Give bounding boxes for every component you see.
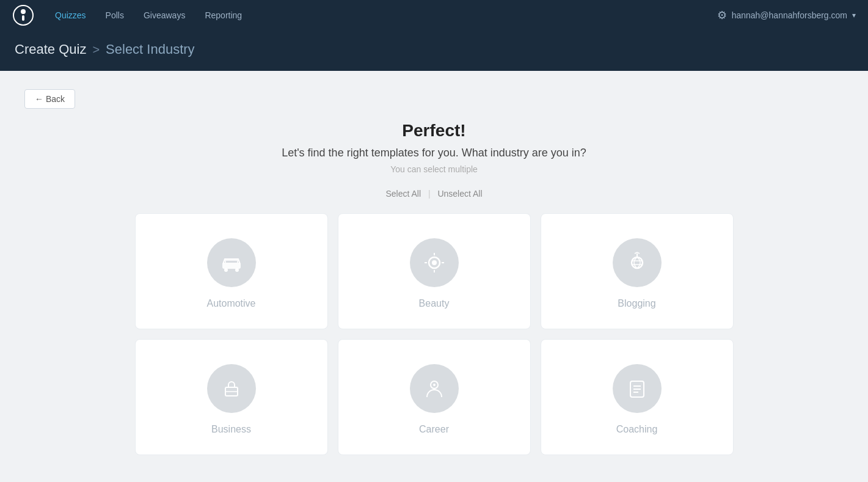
navbar: Quizzes Polls Giveaways Reporting ⚙ hann…	[0, 0, 868, 31]
svg-rect-3	[222, 263, 241, 269]
breadcrumb-main: Create Quiz	[15, 42, 86, 57]
svg-point-19	[433, 384, 436, 386]
page-hint: You can select multiple	[24, 164, 844, 174]
beauty-icon	[410, 238, 459, 287]
breadcrumb: Create Quiz > Select Industry	[0, 31, 868, 71]
main-content: ← Back Perfect! Let's find the right tem…	[0, 71, 868, 482]
user-email: hannah@hannahforsberg.com	[732, 10, 847, 20]
nav-links: Quizzes Polls Giveaways Reporting	[46, 7, 717, 24]
user-account-icon: ⚙	[717, 9, 727, 22]
industry-card-beauty[interactable]: Beauty	[338, 213, 531, 329]
nav-giveaways[interactable]: Giveaways	[135, 7, 194, 24]
svg-rect-2	[22, 15, 24, 21]
breadcrumb-current: Select Industry	[106, 42, 195, 57]
breadcrumb-separator: >	[92, 43, 100, 57]
nav-reporting[interactable]: Reporting	[196, 7, 250, 24]
industry-label: Automotive	[206, 298, 255, 309]
svg-point-5	[235, 268, 239, 272]
nav-user[interactable]: ⚙ hannah@hannahforsberg.com ▾	[717, 9, 856, 22]
logo-icon	[12, 4, 34, 26]
coaching-icon	[613, 364, 662, 413]
blogging-icon	[613, 238, 662, 287]
select-all-button[interactable]: Select All	[385, 189, 421, 199]
industry-label: Blogging	[618, 298, 655, 309]
svg-point-1	[21, 9, 26, 14]
controls-separator: |	[428, 189, 431, 199]
industry-card-blogging[interactable]: Blogging	[541, 213, 734, 329]
industry-card-career[interactable]: Career	[338, 339, 531, 455]
industry-grid: Automotive Beauty Blogging Business Care…	[135, 213, 734, 455]
automotive-icon	[207, 238, 256, 287]
industry-label: Career	[419, 424, 449, 435]
page-title: Perfect!	[24, 121, 844, 141]
page-header: Perfect! Let's find the right templates …	[24, 121, 844, 174]
business-icon	[207, 364, 256, 413]
back-button[interactable]: ← Back	[24, 89, 75, 109]
unselect-all-button[interactable]: Unselect All	[437, 189, 482, 199]
industry-label: Beauty	[419, 298, 450, 309]
select-controls: Select All | Unselect All	[24, 189, 844, 199]
industry-card-coaching[interactable]: Coaching	[541, 339, 734, 455]
career-icon	[410, 364, 459, 413]
nav-polls[interactable]: Polls	[97, 7, 133, 24]
industry-card-business[interactable]: Business	[135, 339, 328, 455]
svg-point-7	[432, 260, 437, 265]
industry-label: Coaching	[616, 424, 658, 435]
industry-card-automotive[interactable]: Automotive	[135, 213, 328, 329]
chevron-down-icon: ▾	[852, 11, 856, 20]
industry-label: Business	[211, 424, 251, 435]
svg-point-4	[224, 268, 228, 272]
svg-point-12	[632, 257, 643, 268]
page-subtitle: Let's find the right templates for you. …	[24, 147, 844, 159]
nav-quizzes[interactable]: Quizzes	[46, 7, 95, 24]
